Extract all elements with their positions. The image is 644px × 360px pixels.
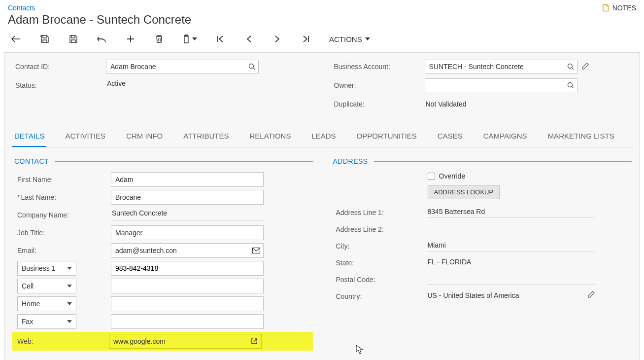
city-label: City: [336, 242, 428, 250]
svg-point-3 [568, 83, 572, 87]
page-title: Adam Brocane - Suntech Concrete [8, 13, 191, 27]
phone-type-label: Cell [22, 282, 34, 290]
duplicate-value: Not Validated [425, 100, 467, 108]
business-account-input[interactable] [425, 60, 577, 73]
section-divider [55, 161, 313, 162]
phone-input-3[interactable] [111, 314, 264, 329]
actions-menu[interactable]: ACTIONS [329, 35, 370, 43]
prev-record-button[interactable] [243, 34, 254, 44]
address-line2-value [428, 224, 595, 234]
last-name-label: *Last Name: [17, 193, 111, 201]
chevron-down-icon [67, 320, 72, 323]
last-name-label-text: Last Name: [21, 193, 56, 201]
phone-input-2[interactable] [111, 296, 264, 311]
delete-button[interactable] [154, 34, 165, 44]
tab-marketing-lists[interactable]: MARKETING LISTS [546, 127, 616, 147]
owner-input[interactable] [425, 78, 577, 92]
tab-relations[interactable]: RELATIONS [248, 127, 293, 147]
tab-leads[interactable]: LEADS [309, 127, 338, 147]
tab-bar: DETAILSACTIVITIESCRM INFOATTRIBUTESRELAT… [10, 127, 634, 147]
company-name-label: Company Name: [17, 211, 111, 219]
email-input[interactable] [111, 243, 264, 258]
state-value: FL - FLORIDA [428, 258, 595, 268]
phone-type-select-3[interactable]: Fax [17, 314, 76, 329]
search-icon[interactable] [567, 81, 575, 89]
phone-type-label: Home [22, 300, 40, 308]
address-section-title: ADDRESS [333, 157, 368, 165]
breadcrumb-contacts[interactable]: Contacts [8, 4, 191, 12]
tab-activities[interactable]: ACTIVITIES [63, 127, 107, 147]
search-icon[interactable] [567, 63, 575, 71]
phone-type-label: Fax [22, 318, 33, 325]
address-lookup-button[interactable]: ADDRESS LOOKUP [428, 185, 500, 199]
email-label: Email: [17, 247, 111, 254]
svg-point-2 [568, 64, 572, 69]
phone-input-0[interactable] [111, 261, 264, 276]
postal-code-label: Postal Code: [336, 276, 428, 284]
contact-section-title: CONTACT [14, 157, 49, 165]
next-record-button[interactable] [272, 34, 283, 44]
contact-id-input[interactable] [106, 60, 259, 73]
save-button[interactable] [68, 34, 79, 44]
state-label: State: [336, 259, 428, 267]
chevron-down-icon [192, 37, 197, 40]
external-link-icon[interactable] [250, 337, 259, 346]
tab-details[interactable]: DETAILS [12, 127, 46, 147]
svg-point-1 [249, 64, 254, 69]
note-icon [602, 4, 610, 12]
chevron-down-icon [365, 37, 370, 40]
section-divider [374, 161, 632, 162]
actions-label: ACTIONS [329, 35, 362, 43]
phone-type-select-0[interactable]: Business 1 [17, 261, 76, 276]
city-value: Miami [428, 241, 595, 252]
job-title-input[interactable] [111, 225, 264, 240]
address-line1-label: Address Line 1: [336, 209, 428, 216]
last-name-input[interactable] [111, 190, 264, 205]
chevron-down-icon [67, 302, 72, 305]
status-label: Status: [12, 81, 106, 89]
phone-type-select-1[interactable]: Cell [17, 279, 76, 293]
override-label: Override [439, 172, 466, 180]
undo-button[interactable] [97, 34, 107, 44]
search-icon[interactable] [248, 63, 256, 71]
mail-icon[interactable] [252, 246, 261, 255]
add-button[interactable] [125, 34, 136, 44]
toolbar: ACTIONS [0, 27, 644, 52]
tab-opportunities[interactable]: OPPORTUNITIES [355, 127, 419, 147]
postal-code-value [428, 275, 595, 285]
phone-type-label: Business 1 [22, 264, 55, 272]
notes-label: NOTES [612, 4, 636, 12]
web-label: Web: [17, 337, 109, 345]
web-row-highlight: Web: [12, 332, 313, 351]
override-checkbox[interactable] [428, 173, 435, 180]
status-value: Active [106, 79, 259, 91]
country-label: Country: [336, 292, 428, 300]
clipboard-button[interactable] [182, 35, 197, 43]
chevron-down-icon [67, 285, 72, 288]
job-title-label: Job Title: [17, 229, 111, 237]
contact-id-label: Contact ID: [12, 63, 106, 71]
save-and-close-button[interactable] [39, 34, 50, 44]
first-record-button[interactable] [215, 34, 226, 44]
phone-input-1[interactable] [111, 279, 264, 293]
address-line2-label: Address Line 2: [336, 225, 428, 233]
mouse-cursor-icon [356, 345, 364, 355]
first-name-label: First Name: [17, 176, 111, 183]
edit-pencil-icon[interactable] [587, 290, 595, 300]
edit-pencil-icon[interactable] [581, 62, 589, 72]
owner-label: Owner: [331, 81, 425, 89]
tab-cases[interactable]: CASES [436, 127, 465, 147]
country-value: US - United States of America [428, 291, 583, 299]
phone-type-select-2[interactable]: Home [17, 296, 76, 311]
address-line1-value: 8345 Battersea Rd [428, 208, 595, 218]
tab-campaigns[interactable]: CAMPAIGNS [481, 127, 529, 147]
notes-button[interactable]: NOTES [602, 4, 636, 12]
tab-attributes[interactable]: ATTRIBUTES [181, 127, 231, 147]
first-name-input[interactable] [111, 172, 264, 187]
back-button[interactable] [11, 34, 22, 44]
company-name-value: Suntech Concrete [111, 209, 264, 221]
chevron-down-icon [67, 267, 72, 270]
tab-crm-info[interactable]: CRM INFO [124, 127, 165, 147]
web-input[interactable] [109, 334, 262, 349]
last-record-button[interactable] [301, 34, 311, 44]
